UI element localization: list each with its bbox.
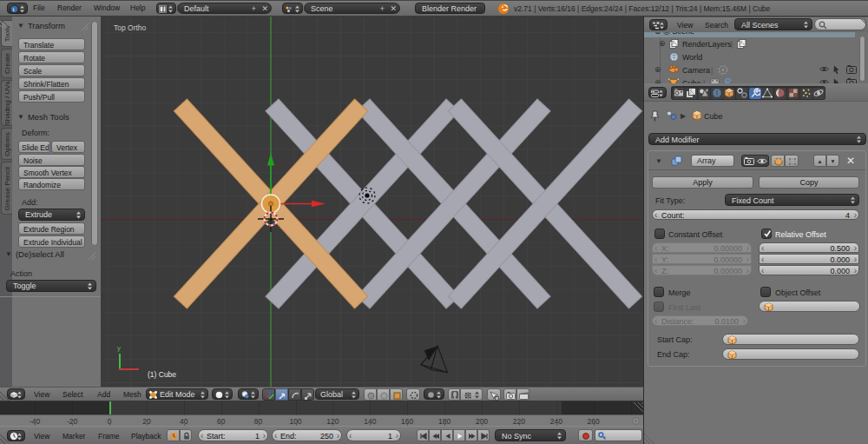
svg-text:y: y [117, 344, 121, 352]
svg-text:i: i [13, 6, 15, 13]
